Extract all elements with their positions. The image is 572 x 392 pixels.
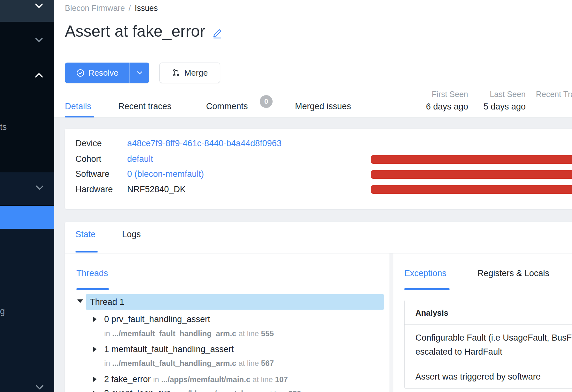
tab-exceptions[interactable]: Exceptions bbox=[404, 268, 446, 278]
chevron-down-icon[interactable] bbox=[35, 3, 43, 9]
frame-function: event_loop_run bbox=[112, 388, 171, 392]
device-link[interactable]: a48ce7f9-8ff9-461c-8440-b4a44d8f0963 bbox=[127, 138, 282, 148]
stack-frame[interactable]: 1 memfault_fault_handling_assert bbox=[104, 344, 234, 354]
chevron-up-icon[interactable] bbox=[35, 72, 43, 79]
state-tab-underline bbox=[75, 251, 98, 253]
cohort-link[interactable]: default bbox=[127, 154, 153, 164]
expand-caret-icon[interactable] bbox=[93, 391, 97, 392]
stack-frame-location: in .../memfault_fault_handling_arm.c at … bbox=[104, 329, 274, 338]
issue-title-row: Assert at fake_error bbox=[65, 22, 223, 41]
frame-function: fake_error bbox=[112, 374, 151, 384]
sidebar-lower-section bbox=[0, 229, 54, 392]
chevron-down-icon[interactable] bbox=[35, 185, 44, 191]
at-line-word: at line bbox=[252, 375, 273, 384]
stack-frame[interactable]: 0 prv_fault_handling_assert bbox=[104, 314, 210, 324]
in-word: in bbox=[104, 329, 110, 338]
recent-traces-label: Recent Traces bbox=[536, 89, 572, 99]
first-seen-value: 6 days ago bbox=[415, 102, 468, 112]
git-merge-icon bbox=[172, 68, 180, 77]
sidebar-section-band bbox=[0, 172, 54, 205]
resolve-button[interactable]: Resolve bbox=[65, 63, 130, 83]
panel-split-gap bbox=[390, 253, 393, 392]
exceptions-divider bbox=[393, 290, 572, 290]
stack-frame-location: in .../memfault_fault_handling_arm.c at … bbox=[104, 359, 274, 368]
at-line-word: at line bbox=[238, 329, 259, 338]
analysis-item: Assert was triggered by software bbox=[415, 372, 541, 382]
hardware-label: Hardware bbox=[75, 184, 113, 194]
sidebar-top-section[interactable] bbox=[0, 0, 54, 22]
recent-traces-column: Recent Traces bbox=[536, 89, 572, 99]
trace-activity-bar bbox=[371, 155, 572, 164]
frame-file: .../memfault_fault_handling_arm.c bbox=[112, 329, 236, 338]
resolve-dropdown-button[interactable] bbox=[130, 63, 149, 83]
frame-index: 2 bbox=[104, 374, 109, 384]
trace-activity-bar bbox=[371, 185, 572, 194]
stack-frame[interactable]: 2 fake_error in .../apps/memfault/main.c… bbox=[104, 374, 288, 385]
resolve-button-group: Resolve bbox=[65, 63, 149, 83]
in-word: in bbox=[173, 389, 179, 392]
tab-details[interactable]: Details bbox=[65, 101, 91, 111]
frame-index: 0 bbox=[104, 314, 109, 324]
breadcrumb-project[interactable]: Blecon Firmware bbox=[65, 4, 125, 12]
comments-count-badge: 0 bbox=[260, 95, 273, 108]
frame-function: prv_fault_handling_assert bbox=[112, 314, 210, 324]
analysis-divider bbox=[405, 324, 572, 325]
software-label: Software bbox=[75, 169, 110, 179]
first-seen-label: First Seen bbox=[415, 89, 468, 99]
tab-logs[interactable]: Logs bbox=[122, 229, 141, 239]
tab-state[interactable]: State bbox=[75, 229, 96, 239]
panel-split-border bbox=[393, 253, 393, 392]
edit-title-icon[interactable] bbox=[212, 27, 223, 39]
frame-index: 1 bbox=[104, 344, 109, 354]
frame-file: .../apps/memfault/main.c bbox=[161, 375, 250, 384]
analysis-item: Configurable Fault (i.e UsageFault, BusF… bbox=[415, 333, 572, 343]
stack-frame[interactable]: 3 event_loop_run in .../blecon/event_loo… bbox=[104, 388, 301, 392]
expand-caret-icon[interactable] bbox=[93, 347, 97, 352]
merge-button[interactable]: Merge bbox=[159, 63, 220, 83]
frame-line: 320 bbox=[288, 389, 301, 392]
tab-threads[interactable]: Threads bbox=[76, 268, 108, 278]
sidebar-item-label-clipped[interactable]: ts bbox=[0, 122, 7, 132]
breadcrumb-separator: / bbox=[129, 4, 131, 12]
chevron-down-icon[interactable] bbox=[35, 37, 43, 43]
expand-caret-icon[interactable] bbox=[93, 317, 97, 322]
panel-split-border bbox=[390, 253, 390, 392]
at-line-word: at line bbox=[266, 389, 286, 392]
frame-line: 555 bbox=[261, 329, 274, 338]
tab-registers-locals[interactable]: Registers & Locals bbox=[477, 268, 549, 278]
resolve-button-label: Resolve bbox=[89, 68, 119, 78]
frame-index: 3 bbox=[104, 388, 109, 392]
frame-line: 567 bbox=[261, 359, 274, 367]
last-seen-label: Last Seen bbox=[473, 89, 526, 99]
last-seen-value: 5 days ago bbox=[473, 102, 526, 112]
tab-comments[interactable]: Comments bbox=[206, 101, 248, 111]
expand-caret-icon[interactable] bbox=[93, 377, 97, 382]
analysis-item: escalated to HardFault bbox=[415, 347, 502, 357]
sidebar-item-label-clipped[interactable]: g bbox=[0, 306, 5, 316]
tabs-bottom-border bbox=[54, 117, 572, 117]
sidebar-item-selected[interactable] bbox=[0, 206, 54, 229]
state-tabs-divider bbox=[65, 253, 572, 253]
in-word: in bbox=[104, 359, 110, 367]
in-word: in bbox=[153, 375, 159, 384]
analysis-divider bbox=[405, 363, 572, 363]
merge-button-label: Merge bbox=[184, 68, 208, 78]
device-label: Device bbox=[75, 138, 102, 148]
tab-recent-traces[interactable]: Recent traces bbox=[118, 101, 172, 111]
active-tab-underline bbox=[65, 116, 94, 117]
threads-divider bbox=[65, 290, 390, 290]
frame-line: 107 bbox=[275, 375, 288, 384]
frame-file: .../blecon/event_loop.c bbox=[182, 389, 264, 392]
thread-name[interactable]: Thread 1 bbox=[90, 297, 124, 307]
collapse-caret-icon[interactable] bbox=[77, 299, 83, 303]
analysis-title: Analysis bbox=[415, 308, 448, 318]
thread-row[interactable] bbox=[86, 294, 384, 310]
tab-merged-issues[interactable]: Merged issues bbox=[295, 101, 351, 111]
trace-activity-bar bbox=[371, 170, 572, 179]
first-seen-column: First Seen 6 days ago bbox=[415, 89, 468, 112]
last-seen-column: Last Seen 5 days ago bbox=[473, 89, 526, 112]
breadcrumb-current: Issues bbox=[135, 4, 158, 12]
software-link[interactable]: 0 (blecon-memfault) bbox=[127, 169, 204, 179]
chevron-down-icon[interactable] bbox=[35, 384, 44, 390]
hardware-value: NRF52840_DK bbox=[127, 184, 186, 194]
